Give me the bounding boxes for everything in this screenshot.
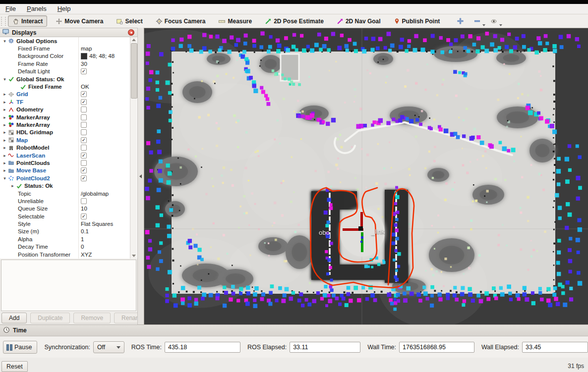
display-row-laserscan[interactable]: ▸LaserScan✓ <box>0 152 137 159</box>
checkbox-checked[interactable]: ✓ <box>81 167 87 173</box>
scroll-down-icon[interactable] <box>132 255 136 257</box>
expander-open-icon[interactable]: ▾ <box>1 77 8 82</box>
display-row-topic[interactable]: Topic/globalmap <box>0 190 137 197</box>
3d-viewport[interactable]: obo_link <box>144 28 588 324</box>
ros-elapsed-input[interactable]: 33.11 <box>290 342 360 353</box>
expander-closed-icon[interactable]: ▸ <box>1 168 8 173</box>
checkbox-unchecked[interactable] <box>81 160 87 166</box>
display-row-markerarray[interactable]: ▸MarkerArray <box>0 113 137 121</box>
tree-column-separator[interactable] <box>78 37 79 259</box>
expander-open-icon[interactable]: ▾ <box>1 176 8 181</box>
scrollbar-thumb[interactable] <box>131 43 137 99</box>
pause-button[interactable]: Pause <box>3 341 37 354</box>
tree-scrollbar[interactable] <box>130 37 137 259</box>
checkbox-unchecked[interactable] <box>81 129 87 135</box>
chevron-down-icon[interactable] <box>482 24 485 26</box>
checkbox-unchecked[interactable] <box>81 122 87 128</box>
tool-measure[interactable]: Measure <box>214 15 256 27</box>
ros-time-input[interactable]: 435.18 <box>165 342 240 353</box>
checkbox-checked[interactable]: ✓ <box>81 153 87 159</box>
display-row-size-m-[interactable]: Size (m)0.1 <box>0 228 137 235</box>
checkbox-unchecked[interactable] <box>81 114 87 120</box>
checkbox-unchecked[interactable] <box>81 145 87 151</box>
checkbox-checked[interactable]: ✓ <box>81 91 87 97</box>
synchronization-dropdown[interactable]: Off <box>93 341 124 353</box>
minus-tool-button[interactable] <box>472 16 482 26</box>
display-row-status-ok[interactable]: ▸Status: Ok <box>0 182 137 189</box>
chevron-down-icon[interactable] <box>499 24 502 26</box>
display-row-robotmodel[interactable]: ▸RobotModel <box>0 144 137 151</box>
menu-panels[interactable]: Panels <box>21 4 52 14</box>
display-row-queue-size[interactable]: Queue Size10 <box>0 205 137 213</box>
expander-closed-icon[interactable]: ▸ <box>1 92 8 97</box>
tool-interact[interactable]: Interact <box>8 15 47 27</box>
display-row-odometry[interactable]: ▸Odometry <box>0 106 137 113</box>
display-row-default-light[interactable]: Default Light✓ <box>0 68 137 75</box>
display-row-fixed-frame[interactable]: Fixed Framemap <box>0 45 137 52</box>
collapse-arrow-icon[interactable] <box>139 174 142 178</box>
expander-closed-icon[interactable]: ▸ <box>9 183 16 188</box>
display-row-pointclouds[interactable]: ▸PointClouds <box>0 159 137 166</box>
wall-elapsed-input[interactable]: 33.45 <box>522 342 588 353</box>
display-row-fixed-frame[interactable]: Fixed FrameOK <box>0 83 137 90</box>
display-row-hdl-gridmap[interactable]: ▸HDL Gridmap <box>0 129 137 136</box>
display-row-alpha[interactable]: Alpha1 <box>0 235 137 243</box>
time-panel-header[interactable]: Time <box>0 324 588 336</box>
wall-time-input[interactable]: 1763516868.95 <box>399 342 474 353</box>
expander-closed-icon[interactable]: ▸ <box>1 138 8 143</box>
expander-closed-icon[interactable]: ▸ <box>1 160 8 165</box>
expander-closed-icon[interactable]: ▸ <box>1 130 8 135</box>
checkbox-checked[interactable]: ✓ <box>81 213 87 219</box>
display-row-grid[interactable]: ▸Grid✓ <box>0 91 137 98</box>
display-row-tf[interactable]: ▸TF✓ <box>0 98 137 106</box>
tool-move-camera[interactable]: Move Camera <box>51 15 108 27</box>
expander-closed-icon[interactable]: ▸ <box>1 145 8 150</box>
display-row-markerarray[interactable]: ▸MarkerArray <box>0 121 137 128</box>
toolbar-grip[interactable] <box>1 17 6 26</box>
row-label: PointCloud2 <box>16 175 50 181</box>
display-row-pointcloud2[interactable]: ▾PointCloud2✓ <box>0 174 137 182</box>
checkbox-checked[interactable]: ✓ <box>81 137 87 143</box>
checkbox-unchecked[interactable] <box>81 198 87 204</box>
checkbox-unchecked[interactable] <box>81 106 87 112</box>
display-row-decay-time[interactable]: Decay Time0 <box>0 243 137 251</box>
display-row-style[interactable]: StyleFlat Squares <box>0 220 137 227</box>
3d-viewport-canvas[interactable] <box>144 28 588 324</box>
scroll-up-icon[interactable] <box>132 39 136 41</box>
display-row-frame-rate[interactable]: Frame Rate30 <box>0 60 137 67</box>
display-row-global-status-ok[interactable]: ▾Global Status: Ok <box>0 75 137 83</box>
expander-closed-icon[interactable]: ▸ <box>1 122 8 127</box>
color-swatch[interactable] <box>81 53 87 59</box>
plus-tool-button[interactable] <box>455 16 465 26</box>
display-row-background-color[interactable]: Background Color48; 48; 48 <box>0 53 137 60</box>
add-button[interactable]: Add <box>1 313 27 323</box>
panel-splitter[interactable] <box>137 28 144 324</box>
display-row-position-transformer[interactable]: Position TransformerXYZ <box>0 251 137 258</box>
tool-2d-nav-goal[interactable]: 2D Nav Goal <box>332 15 385 27</box>
tool-select[interactable]: Select <box>112 15 147 27</box>
checkbox-checked[interactable]: ✓ <box>81 175 87 181</box>
display-row-move-base[interactable]: ▸Move Base✓ <box>0 167 137 174</box>
row-label: Global Status: Ok <box>16 76 64 82</box>
menu-help[interactable]: Help <box>52 4 76 14</box>
close-icon[interactable] <box>128 29 134 36</box>
tool-focus-camera[interactable]: Focus Camera <box>151 15 210 27</box>
display-row-unreliable[interactable]: Unreliable <box>0 197 137 205</box>
expander-closed-icon[interactable]: ▸ <box>1 100 8 105</box>
checkbox-checked[interactable]: ✓ <box>81 68 87 74</box>
reset-button[interactable]: Reset <box>1 361 28 372</box>
expander-open-icon[interactable]: ▾ <box>1 39 8 44</box>
ros-elapsed-label: ROS Elapsed: <box>247 344 287 351</box>
menu-file[interactable]: File <box>0 4 21 14</box>
expander-closed-icon[interactable]: ▸ <box>1 107 8 112</box>
checkbox-checked[interactable]: ✓ <box>81 99 87 105</box>
display-row-map[interactable]: ▸Map✓ <box>0 136 137 144</box>
tool-publish-point[interactable]: Publish Point <box>389 15 445 27</box>
expander-closed-icon[interactable]: ▸ <box>1 115 8 120</box>
display-row-global-options[interactable]: ▾Global Options <box>0 37 137 45</box>
eye-tool-button[interactable] <box>489 16 499 26</box>
displays-panel-header[interactable]: Displays <box>0 28 137 37</box>
display-row-selectable[interactable]: Selectable✓ <box>0 213 137 220</box>
expander-closed-icon[interactable]: ▸ <box>1 153 8 158</box>
tool-2d-pose-estimate[interactable]: 2D Pose Estimate <box>260 15 328 27</box>
